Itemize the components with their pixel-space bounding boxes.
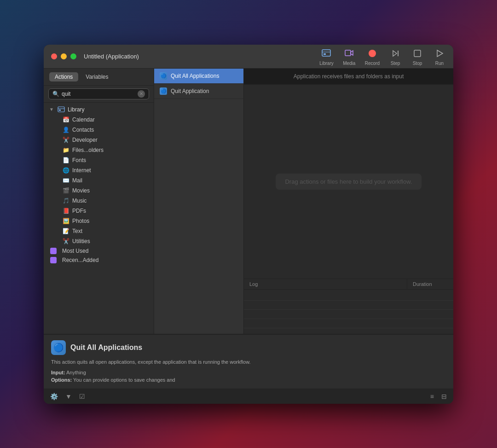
sidebar-item-label: Mail [72, 177, 82, 184]
right-panel: Application receives files and folders a… [244, 69, 453, 334]
sidebar-item-recently-added[interactable]: Recen...Added [44, 256, 154, 265]
bottom-toolbar: ⚙️ ▼ ☑ ≡ ⊟ [44, 389, 453, 404]
action-meta: Input: Anything Options: You can provide… [51, 369, 446, 384]
close-button[interactable] [51, 53, 57, 59]
sidebar-item-contacts[interactable]: 👤 Contacts [49, 125, 154, 135]
sidebar-item-files-folders[interactable]: 📁 Files...olders [49, 145, 154, 155]
workflow-header-text: Application receives files and folders a… [294, 73, 404, 80]
sidebar-item-label: Text [72, 228, 82, 234]
most-used-label: Most Used [62, 248, 88, 254]
step-button[interactable]: Step [389, 47, 402, 66]
results-panel: 🔵 Quit All Applications 🔵 Quit Applicati… [154, 69, 244, 334]
input-value: Anything [66, 370, 86, 375]
log-label: Log [244, 279, 407, 289]
sidebar-item-photos[interactable]: 🖼️ Photos [49, 216, 154, 226]
input-label: Input: [51, 370, 65, 375]
run-icon [433, 47, 446, 60]
calendar-icon: 📅 [62, 116, 69, 123]
sidebar-item-label: Internet [72, 167, 91, 174]
music-icon: 🎵 [62, 197, 69, 204]
search-icon: 🔍 [52, 91, 59, 97]
internet-icon: 🌐 [62, 167, 69, 174]
record-button[interactable]: Record [365, 47, 380, 66]
tab-actions[interactable]: Actions [49, 72, 78, 81]
sidebar-item-label: PDFs [72, 208, 86, 214]
title-bar: Untitled (Application) Library [44, 45, 453, 69]
sidebar-item-label: Movies [72, 187, 90, 194]
svg-rect-6 [414, 50, 421, 57]
text-icon: 📝 [62, 227, 69, 235]
duration-label: Duration [407, 279, 453, 289]
sidebar-item-developer[interactable]: ✂️ Developer [49, 135, 154, 145]
minimize-button[interactable] [61, 53, 67, 59]
svg-rect-2 [324, 53, 326, 55]
settings-button[interactable]: ⚙️ [48, 392, 60, 401]
step-label: Step [391, 61, 400, 66]
log-row [244, 301, 453, 310]
sidebar-item-pdfs[interactable]: 📕 PDFs [49, 206, 154, 216]
window-title: Untitled (Application) [84, 53, 319, 60]
stop-button[interactable]: Stop [411, 47, 424, 66]
photos-icon: 🖼️ [62, 217, 69, 225]
media-button[interactable]: Media [343, 47, 356, 66]
tree-children: 📅 Calendar 👤 Contacts ✂️ Developer 📁 Fil… [44, 115, 154, 246]
sidebar-item-fonts[interactable]: 📄 Fonts [49, 155, 154, 165]
sidebar-item-calendar[interactable]: 📅 Calendar [49, 115, 154, 125]
sidebar-item-label: Files...olders [72, 147, 104, 153]
result-item-quit-all[interactable]: 🔵 Quit All Applications [154, 69, 243, 84]
media-label: Media [343, 61, 355, 66]
stop-label: Stop [413, 61, 422, 66]
split-view-btn[interactable]: ⊟ [439, 392, 449, 401]
result-label: Quit All Applications [171, 73, 219, 79]
log-row [244, 310, 453, 319]
result-item-quit-app[interactable]: 🔵 Quit Application [154, 84, 243, 99]
workflow-header: Application receives files and folders a… [244, 69, 453, 85]
search-input-wrapper: 🔍 ✕ [48, 88, 149, 99]
log-row [244, 319, 453, 328]
fullscreen-button[interactable] [70, 53, 76, 59]
sidebar-item-internet[interactable]: 🌐 Internet [49, 165, 154, 175]
sidebar-item-label: Calendar [72, 116, 95, 123]
checkbox-btn[interactable]: ☑ [77, 392, 87, 401]
main-window: Untitled (Application) Library [44, 45, 453, 404]
movies-icon: 🎬 [62, 187, 69, 194]
run-button[interactable]: Run [433, 47, 446, 66]
list-view-btn[interactable]: ≡ [428, 392, 436, 401]
sidebar-tree: ▼ Library 📅 Calendar [44, 103, 154, 334]
svg-point-4 [369, 50, 376, 57]
chevron-down-icon: ▼ [49, 107, 54, 112]
log-area: Log Duration [244, 279, 453, 334]
action-title: Quit All Applications [70, 343, 142, 352]
library-label: Library [319, 61, 334, 66]
left-panel: Actions Variables 🔍 ✕ ▼ [44, 69, 154, 334]
action-detail-panel: 🔵 Quit All Applications This action quit… [44, 334, 453, 388]
sidebar-item-utilities[interactable]: ✂️ Utilities [49, 236, 154, 246]
sidebar-item-text[interactable]: 📝 Text [49, 226, 154, 236]
mail-icon: ✉️ [62, 177, 69, 184]
sidebar-item-mail[interactable]: ✉️ Mail [49, 175, 154, 186]
sidebar-item-library[interactable]: ▼ Library [44, 105, 154, 115]
pdfs-icon: 📕 [62, 207, 69, 215]
sidebar-item-label: Contacts [72, 127, 94, 133]
svg-rect-9 [59, 110, 61, 111]
search-input[interactable] [62, 91, 138, 97]
svg-rect-3 [345, 50, 351, 56]
chevron-down-btn[interactable]: ▼ [64, 392, 74, 401]
workflow-canvas[interactable]: Drag actions or files here to build your… [244, 85, 453, 279]
stop-icon [411, 47, 424, 60]
traffic-lights [51, 53, 76, 59]
tab-bar: Actions Variables [44, 69, 154, 86]
log-row [244, 291, 453, 301]
clear-search-button[interactable]: ✕ [138, 90, 145, 98]
drop-hint-text: Drag actions or files here to build your… [276, 174, 421, 190]
step-icon [389, 47, 402, 60]
main-content: Actions Variables 🔍 ✕ ▼ [44, 69, 453, 334]
sidebar-item-movies[interactable]: 🎬 Movies [49, 186, 154, 196]
fonts-icon: 📄 [62, 157, 69, 164]
tab-variables[interactable]: Variables [80, 72, 114, 81]
library-button[interactable]: Library [319, 47, 334, 66]
sidebar-item-most-used[interactable]: Most Used [44, 246, 154, 256]
sidebar-item-label: Fonts [72, 157, 86, 163]
sidebar-item-music[interactable]: 🎵 Music [49, 196, 154, 206]
library-icon [320, 47, 333, 60]
